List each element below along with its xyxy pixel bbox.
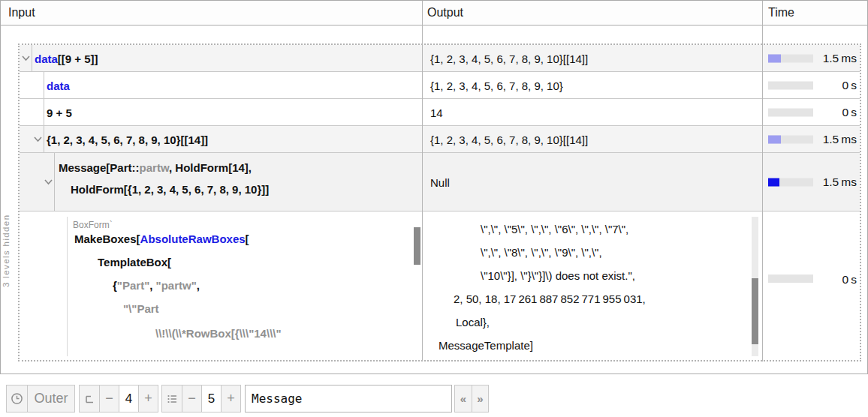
next-match-button[interactable]: » [472, 386, 488, 412]
outer-button[interactable]: Outer [27, 386, 74, 412]
input-expression: 9 + 5 [47, 106, 72, 118]
depth-increment-button[interactable]: + [138, 386, 158, 412]
indent-guide [32, 45, 32, 71]
trace-table-frame: Input Output Time data[[9 + 5]] {1, 2, 3… [0, 0, 868, 374]
time-bar [768, 178, 813, 186]
output-expression: Null [430, 176, 450, 188]
scrollbar-thumb[interactable] [414, 227, 420, 265]
indent-guide [44, 99, 44, 125]
tree-depth-button[interactable] [80, 386, 99, 412]
tree-depth-icon [83, 393, 95, 405]
time-value: 0 s [842, 106, 857, 119]
table-row[interactable]: {1, 2, 3, 4, 5, 6, 7, 8, 9, 10}[[14]] {1… [20, 126, 860, 153]
indent-guide [54, 153, 55, 211]
scrollbar-thumb[interactable] [752, 278, 758, 344]
clock-icon [11, 392, 23, 405]
output-scroll-pane[interactable]: \",\", \"5\", \",\", \"6\", \",\", \"7\"… [426, 217, 761, 356]
time-bar [768, 54, 813, 62]
nav-group: « » [454, 385, 489, 412]
column-divider-input-output [422, 1, 423, 362]
indent-guide [44, 126, 44, 152]
output-code-line: Local}, [456, 316, 490, 328]
depth-stepper: − 4 + [79, 385, 158, 412]
output-code-line: MessageTemplate] [439, 339, 533, 352]
output-code-line: 2, 50, 18, 17 261 887 852 771 955 031, [454, 292, 646, 305]
time-value: 0 s [842, 273, 857, 286]
input-expression-line: HoldForm[{1, 2, 3, 4, 5, 6, 7, 8, 9, 10}… [71, 183, 269, 196]
time-value: 1.5 ms [823, 52, 857, 65]
table-row[interactable]: data[[9 + 5]] {1, 2, 3, 4, 5, 6, 7, 8, 9… [20, 45, 860, 72]
input-code-line: \\!\\(\\*RowBox[{\\\"14\\\" [155, 327, 282, 340]
clock-button[interactable] [7, 386, 27, 412]
time-bar [768, 274, 813, 283]
chevron-down-icon[interactable] [21, 55, 31, 62]
output-code-line: \",\", \"5\", \",\", \"6\", \",\", \"7\"… [481, 223, 628, 236]
output-code-line: \"10\"}], \"}\"}]\) does not exist.", [481, 269, 635, 282]
context-label: BoxForm` [73, 220, 113, 230]
table-header: Input Output Time [1, 1, 867, 26]
input-expression: data[[9 + 5]] [35, 52, 98, 64]
input-code-line: {"Part", "partw", [113, 279, 200, 292]
column-divider-output-time [762, 1, 763, 362]
depth-value[interactable]: 4 [119, 386, 138, 412]
output-expression: {1, 2, 3, 4, 5, 6, 7, 8, 9, 10} [430, 79, 563, 92]
filter-input[interactable] [245, 385, 452, 412]
output-expression: {1, 2, 3, 4, 5, 6, 7, 8, 9, 10}[[14]] [430, 52, 588, 64]
trace-viewer: Input Output Time data[[9 + 5]] {1, 2, 3… [0, 0, 868, 417]
list-length-button[interactable] [162, 386, 182, 412]
items-decrement-button[interactable]: − [182, 386, 201, 412]
time-bar [768, 135, 813, 143]
input-scroll-pane[interactable]: BoxForm` MakeBoxes[AbsoluteRawBoxes[ Tem… [67, 217, 420, 356]
input-expression: {1, 2, 3, 4, 5, 6, 7, 8, 9, 10}[[14]] [47, 133, 208, 146]
outer-mode-group: Outer [6, 385, 75, 412]
output-expression: 14 [430, 106, 443, 118]
column-header-output: Output [427, 1, 463, 25]
time-bar-fill [768, 54, 781, 62]
time-value: 0 s [842, 79, 857, 92]
time-value: 1.5 ms [823, 133, 857, 146]
table-row[interactable]: 9 + 5 14 0 s [20, 99, 860, 126]
time-bar [768, 81, 813, 89]
time-bar [768, 108, 813, 116]
input-code-line: "\"Part [123, 302, 159, 315]
time-bar-fill [768, 135, 781, 143]
items-increment-button[interactable]: + [221, 386, 240, 412]
chevron-down-icon[interactable] [33, 136, 43, 142]
table-row[interactable]: Message[Part::partw, HoldForm[14], HoldF… [20, 153, 860, 212]
output-code-line: \",\", \"8\", \",\", \"9\", \",\", [481, 246, 602, 259]
column-header-time: Time [768, 1, 794, 25]
input-expression-line: Message[Part::partw, HoldForm[14], [59, 161, 252, 174]
chevron-down-icon[interactable] [44, 178, 53, 185]
items-value[interactable]: 5 [201, 386, 221, 412]
output-expression: {1, 2, 3, 4, 5, 6, 7, 8, 9, 10}[[14]] [430, 133, 588, 146]
table-row[interactable]: BoxForm` MakeBoxes[AbsoluteRawBoxes[ Tem… [20, 212, 860, 360]
table-row[interactable]: data {1, 2, 3, 4, 5, 6, 7, 8, 9, 10} 0 s [20, 72, 860, 99]
input-expression: data [47, 79, 70, 92]
trace-rows-region: data[[9 + 5]] {1, 2, 3, 4, 5, 6, 7, 8, 9… [18, 44, 861, 362]
indent-guide [44, 72, 44, 98]
hidden-levels-note: 3 levels hidden [2, 137, 14, 287]
list-icon [166, 393, 178, 405]
toolbar: Outer − 4 + − 5 + « » [0, 385, 868, 413]
depth-decrement-button[interactable]: − [99, 386, 119, 412]
time-value: 1.5 ms [823, 176, 857, 189]
input-code-line: MakeBoxes[AbsoluteRawBoxes[ [74, 232, 249, 245]
input-code-line: TemplateBox[ [98, 256, 171, 268]
previous-match-button[interactable]: « [455, 386, 472, 412]
items-stepper: − 5 + [161, 385, 241, 412]
column-header-input: Input [8, 1, 35, 25]
time-bar-fill [768, 178, 779, 186]
